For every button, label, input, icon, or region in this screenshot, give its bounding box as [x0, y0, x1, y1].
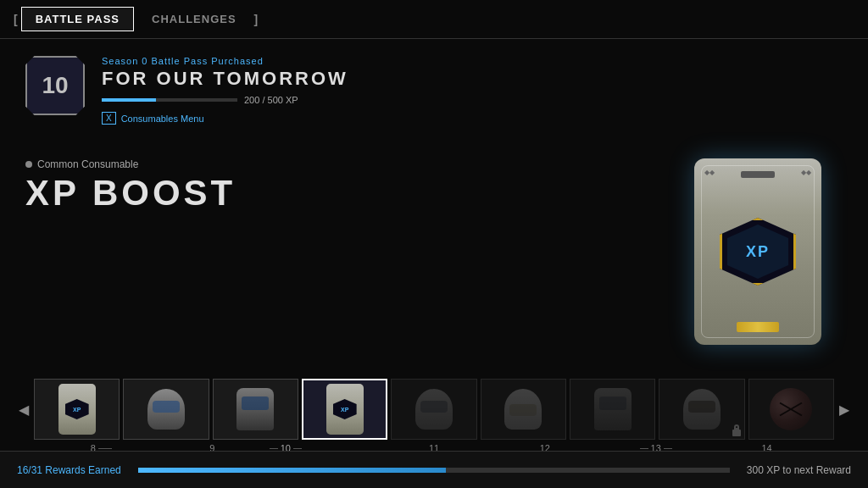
thumb-helmet-11	[413, 386, 455, 433]
xp-progress: 200 / 500 XP	[102, 95, 843, 105]
thumb-helmet-visor-11	[420, 401, 448, 413]
thumb-helmet-12	[502, 386, 544, 433]
rewards-earned: 16/31 Rewards Earned	[17, 464, 121, 476]
thumb-armor-10a	[236, 388, 274, 430]
season-badge: 10	[25, 56, 85, 115]
lock-body	[732, 430, 741, 436]
tier-item-10a[interactable]	[213, 379, 298, 440]
tier-card-9[interactable]	[123, 379, 209, 440]
tab-challenges[interactable]: CHALLENGES	[137, 7, 251, 31]
bottom-bar: 16/31 Rewards Earned 300 XP to next Rewa…	[0, 451, 868, 488]
thumb-xp-text-8: XP	[73, 407, 81, 413]
tier-card-13b[interactable]	[659, 379, 744, 440]
thumb-helmet-body-11	[415, 389, 453, 430]
tier-item-13[interactable]	[570, 379, 655, 440]
thumb-ball-14	[770, 388, 812, 430]
xp-boost-card: ◆◆ ◆◆ XP	[694, 158, 821, 345]
rarity-label: Common Consumable	[37, 158, 138, 170]
season-details: Season 0 Battle Pass Purchased FOR OUR T…	[102, 56, 843, 125]
thumb-xp-8: XP	[58, 384, 96, 435]
card-bottom-detail	[737, 322, 779, 332]
xp-bar-track	[102, 98, 237, 102]
tier-item-9[interactable]	[123, 379, 209, 440]
tier-dash-8	[98, 448, 112, 449]
thumb-xp-text-10b: XP	[341, 407, 348, 413]
next-arrow[interactable]: ▶	[834, 384, 854, 435]
consumables-menu[interactable]: X Consumables Menu	[102, 112, 843, 125]
tier-card-inner-13	[570, 380, 654, 439]
tier-card-inner-8: XP	[35, 380, 119, 439]
tier-card-inner-10b: XP	[303, 380, 386, 438]
tier-card-11[interactable]	[391, 379, 476, 440]
tier-item-12[interactable]	[481, 379, 566, 440]
thumb-helmet-body-13b	[683, 389, 721, 430]
xp-hexagon-inner: XP	[727, 225, 788, 279]
tier-card-inner-10a	[214, 380, 298, 439]
tier-card-12[interactable]	[481, 379, 566, 440]
tier-items: XP	[34, 379, 834, 440]
tier-card-10a[interactable]	[213, 379, 298, 440]
item-preview-panel: ◆◆ ◆◆ XP	[673, 141, 843, 362]
tier-item-8[interactable]: XP	[34, 379, 120, 440]
card-top-detail	[741, 171, 775, 178]
thumb-helmet-visor-12	[509, 404, 537, 416]
season-info-section: 10 Season 0 Battle Pass Purchased FOR OU…	[0, 39, 868, 133]
tier-item-11[interactable]	[391, 379, 476, 440]
top-navigation: [ BATTLE PASS CHALLENGES ]	[0, 0, 868, 39]
thumb-armor-screen-10a	[242, 396, 269, 410]
tier-card-inner-13b	[659, 380, 743, 439]
tier-items-row: ◀ XP	[14, 379, 854, 440]
xp-label: XP	[746, 243, 770, 261]
season-number: 10	[42, 72, 68, 99]
thumb-armor-screen-13	[599, 396, 626, 410]
tier-strip: ◀ XP	[0, 379, 868, 453]
left-bracket: [	[14, 13, 18, 26]
thumb-xp-10b: XP	[326, 384, 364, 435]
item-info-panel: Common Consumable XP BOOST	[25, 141, 639, 211]
tier-item-10b[interactable]: XP	[302, 379, 387, 440]
xp-display: 200 / 500 XP	[244, 95, 298, 105]
season-title: FOR OUR TOMORROW	[102, 68, 843, 90]
tier-item-14[interactable]	[748, 379, 834, 440]
lock-icon-13b	[732, 424, 742, 436]
thumb-helmet-13b	[681, 386, 723, 433]
rarity-dot	[25, 161, 32, 168]
season-label: Season 0 Battle Pass Purchased	[102, 56, 843, 66]
tier-card-10b[interactable]: XP	[302, 379, 387, 440]
thumb-armor-13	[594, 388, 632, 430]
thumb-xp-hex-10b: XP	[333, 399, 357, 419]
tier-card-8[interactable]: XP	[34, 379, 120, 440]
tier-card-inner-9	[124, 380, 208, 439]
thumb-helmet-visor-13b	[688, 401, 715, 413]
main-content: Common Consumable XP BOOST ◆◆ ◆◆ XP	[0, 133, 868, 370]
xp-next-reward: 300 XP to next Reward	[747, 464, 851, 476]
tier-dash-13a	[640, 448, 648, 449]
xp-bar-fill	[102, 98, 156, 102]
item-name: XP BOOST	[25, 175, 639, 211]
tier-dash-10a	[270, 448, 278, 449]
right-bracket: ]	[254, 13, 259, 26]
tier-dash-10b	[293, 448, 302, 449]
thumb-helmet-visor-9	[153, 401, 180, 413]
tier-card-inner-12	[481, 380, 565, 439]
card-corner-tr: ◆◆	[801, 169, 811, 176]
card-corner-tl: ◆◆	[704, 169, 715, 176]
thumb-xp-hex-8: XP	[65, 399, 89, 419]
bottom-progress-fill	[138, 468, 446, 473]
bottom-progress-bar	[138, 468, 730, 473]
thumb-helmet-9	[145, 386, 187, 433]
tab-battle-pass[interactable]: BATTLE PASS	[21, 7, 134, 31]
thumb-helmet-body-9	[147, 389, 185, 430]
prev-arrow[interactable]: ◀	[14, 384, 34, 435]
tier-item-13b[interactable]	[659, 379, 744, 440]
tier-card-inner-11	[392, 380, 476, 439]
consumables-label: Consumables Menu	[121, 114, 204, 124]
item-rarity: Common Consumable	[25, 158, 639, 170]
tier-card-14[interactable]	[748, 379, 834, 440]
xp-hexagon: XP	[720, 218, 796, 286]
consumables-key: X	[102, 112, 116, 125]
tier-card-13[interactable]	[570, 379, 655, 440]
thumb-helmet-body-12	[504, 389, 542, 430]
tier-dash-13b	[664, 448, 672, 449]
tier-card-inner-14	[749, 380, 833, 439]
